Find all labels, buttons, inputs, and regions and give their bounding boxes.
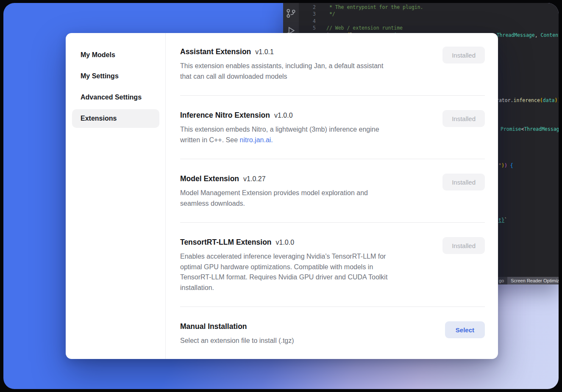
code-fragment: Promise<ThreadMessage> xyxy=(501,126,559,133)
code-line: 4 xyxy=(299,18,559,25)
extension-description: Model Management Extension provides mode… xyxy=(180,188,368,209)
extension-title: Assistant Extension xyxy=(180,46,251,58)
extension-description: Enables accelerated inference leveraging… xyxy=(180,251,387,293)
installed-button[interactable]: Installed xyxy=(442,110,485,127)
extension-row-assistant: Assistant Extension v1.0.1 This extensio… xyxy=(180,33,485,96)
extension-row-inference-nitro: Inference Nitro Extension v1.0.0 This ex… xyxy=(180,96,485,159)
extension-row-model: Model Extension v1.0.27 Model Management… xyxy=(180,159,485,223)
sidebar-item-extensions[interactable]: Extensions xyxy=(72,109,159,128)
sidebar-item-my-settings[interactable]: My Settings xyxy=(72,67,159,86)
line-number: 4 xyxy=(299,18,316,25)
extension-version: v1.0.1 xyxy=(255,48,274,56)
installed-button[interactable]: Installed xyxy=(442,174,485,190)
nitro-jan-ai-link[interactable]: nitro.jan.ai. xyxy=(240,136,273,144)
select-file-button[interactable]: Select xyxy=(445,321,485,338)
line-number: 2 xyxy=(299,4,316,11)
screenshot-canvas: 2 * The entrypoint for the plugin. 3 */ … xyxy=(3,3,559,389)
manual-installation-row: Manual Installation Select an extension … xyxy=(180,307,485,359)
extension-version: v1.0.0 xyxy=(274,112,293,119)
extensions-list: Assistant Extension v1.0.1 This extensio… xyxy=(166,33,498,359)
extension-version: v1.0.0 xyxy=(276,239,295,246)
extension-title: TensortRT-LLM Extension xyxy=(180,236,272,248)
code-line: 2 * The entrypoint for the plugin. xyxy=(299,4,559,11)
installed-button[interactable]: Installed xyxy=(442,47,485,63)
settings-modal: My Models My Settings Advanced Settings … xyxy=(66,33,498,359)
status-bar-text: go xyxy=(499,277,504,284)
sidebar-item-label: Extensions xyxy=(81,115,117,122)
line-number: 5 xyxy=(299,25,316,31)
screen-reader-optimized-status[interactable]: Screen Reader Optimized xyxy=(507,277,559,284)
extension-description: This extension enables assistants, inclu… xyxy=(180,61,383,82)
sidebar-item-label: Advanced Settings xyxy=(81,94,142,101)
extension-title: Inference Nitro Extension xyxy=(180,109,270,121)
code-fragment: t}` xyxy=(498,217,507,224)
code-fragment: rator.inference(data)); xyxy=(496,97,559,104)
sidebar-item-advanced-settings[interactable]: Advanced Settings xyxy=(72,88,159,107)
extension-row-tensorrt-llm: TensortRT-LLM Extension v1.0.0 Enables a… xyxy=(180,223,485,307)
line-number: 3 xyxy=(299,11,316,17)
extension-description: Select an extension file to install (.tg… xyxy=(180,336,294,346)
extension-title: Manual Installation xyxy=(180,320,247,332)
code-fragment: ")) { xyxy=(498,162,513,169)
sidebar-item-my-models[interactable]: My Models xyxy=(72,46,159,64)
extension-description: This extension embeds Nitro, a lightweig… xyxy=(180,124,379,145)
source-control-icon[interactable] xyxy=(286,8,296,19)
installed-button[interactable]: Installed xyxy=(442,237,485,254)
code-line: 3 */ xyxy=(299,11,559,17)
extension-title: Model Extension xyxy=(180,173,239,185)
sidebar-item-label: My Settings xyxy=(81,72,119,80)
extension-version: v1.0.27 xyxy=(243,175,265,183)
settings-sidebar: My Models My Settings Advanced Settings … xyxy=(66,33,165,359)
code-line: 5 // Web / extension runtime xyxy=(299,25,559,31)
sidebar-item-label: My Models xyxy=(81,51,115,59)
